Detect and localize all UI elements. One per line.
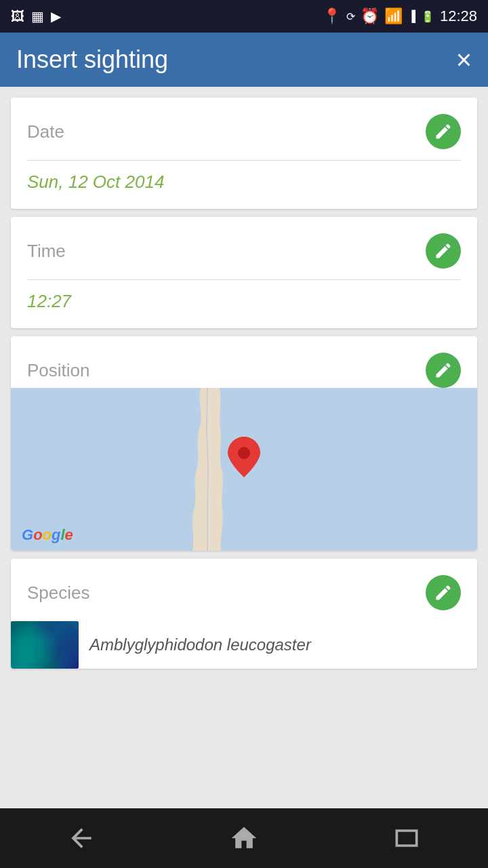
date-edit-button[interactable] — [426, 114, 461, 149]
alarm-icon: ⏰ — [361, 7, 379, 25]
status-icons-left: 🖼 ▦ ▶ — [11, 8, 61, 24]
barcode-icon: ▦ — [31, 8, 44, 24]
pencil-icon — [434, 241, 453, 260]
close-button[interactable]: × — [456, 46, 472, 73]
main-content: Date Sun, 12 Oct 2014 Time 12:27 Positio… — [0, 87, 488, 808]
time-card: Time 12:27 — [11, 217, 477, 328]
position-edit-button[interactable] — [426, 353, 461, 388]
status-time: 12:28 — [440, 7, 477, 25]
app-header: Insert sighting × — [0, 33, 488, 87]
date-value: Sun, 12 Oct 2014 — [11, 161, 477, 209]
time-edit-button[interactable] — [426, 233, 461, 269]
status-bar: 🖼 ▦ ▶ 📍 ⟳ ⏰ 📶 ▐ 🔋 12:28 — [0, 0, 488, 33]
play-icon: ▶ — [51, 8, 61, 24]
date-card-header: Date — [11, 98, 477, 149]
position-card: Position — [11, 336, 477, 551]
page-title: Insert sighting — [16, 45, 168, 74]
home-button[interactable] — [218, 812, 270, 864]
map-view[interactable]: Google — [11, 388, 477, 551]
time-label: Time — [27, 241, 66, 262]
back-button[interactable] — [56, 812, 107, 864]
google-watermark: Google — [22, 526, 73, 544]
species-name: Amblyglyphidodon leucogaster — [79, 635, 311, 654]
species-edit-button[interactable] — [426, 575, 461, 610]
battery-icon: 🔋 — [421, 10, 434, 23]
signal-icon: ▐ — [408, 10, 415, 22]
position-label: Position — [27, 360, 90, 381]
location-icon: 📍 — [323, 7, 341, 25]
species-thumb-pattern — [11, 621, 79, 669]
map-marker — [228, 437, 260, 477]
recents-button[interactable] — [381, 812, 432, 864]
pencil-icon — [434, 361, 453, 380]
species-label: Species — [27, 583, 90, 604]
species-preview: Amblyglyphidodon leucogaster — [11, 621, 477, 669]
wifi-icon: 📶 — [384, 7, 403, 25]
location-pin-icon — [228, 437, 260, 477]
photo-icon: 🖼 — [11, 9, 24, 24]
rotate-icon: ⟳ — [346, 10, 355, 23]
species-card: Species Amblyglyphidodon leucogaster — [11, 559, 477, 669]
date-card: Date Sun, 12 Oct 2014 — [11, 98, 477, 209]
pencil-icon — [434, 583, 453, 602]
time-value: 12:27 — [11, 280, 477, 328]
back-icon — [66, 823, 96, 853]
species-card-header: Species — [11, 559, 477, 621]
time-card-header: Time — [11, 217, 477, 269]
home-icon — [229, 823, 259, 853]
position-card-header: Position — [11, 336, 477, 388]
date-label: Date — [27, 121, 64, 142]
bottom-navigation — [0, 808, 488, 868]
svg-point-0 — [238, 447, 250, 459]
species-thumbnail — [11, 621, 79, 669]
status-icons-right: 📍 ⟳ ⏰ 📶 ▐ 🔋 12:28 — [323, 7, 477, 25]
recents-icon — [392, 823, 422, 853]
pencil-icon — [434, 122, 453, 141]
